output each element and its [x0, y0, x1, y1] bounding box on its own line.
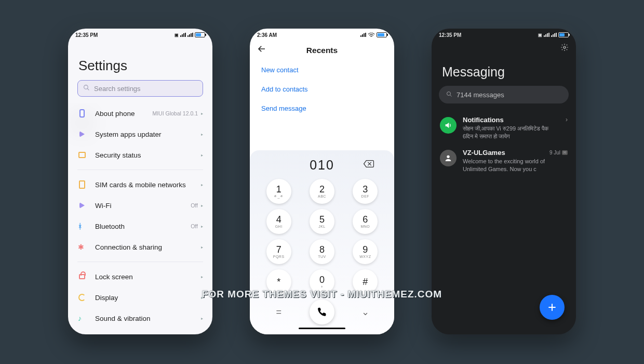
lock-icon: [77, 272, 87, 281]
battery-icon: [195, 32, 205, 37]
speaker-icon: [440, 117, 457, 134]
chevron-icon: ▸: [201, 275, 203, 279]
svg-line-1: [87, 88, 89, 90]
settings-row-value: Off: [191, 223, 198, 229]
thread-date: 9 Jul ✉: [549, 150, 568, 155]
settings-row-label: Connection & sharing: [95, 243, 201, 251]
settings-row-value: Off: [191, 202, 198, 209]
settings-row[interactable]: System apps updater▸: [68, 124, 212, 145]
dialpad-key[interactable]: 2ABC: [310, 179, 334, 204]
apps-icon: [77, 129, 87, 139]
settings-row[interactable]: Lock screen▸: [68, 266, 212, 287]
chevron-icon: ▸: [201, 203, 203, 208]
signal-icon: [360, 33, 366, 37]
watermark-text: FOR MORE THEMES VISIT - MIUITHEMEZ.COM: [0, 289, 644, 300]
dialpad-key[interactable]: 7PQRS: [266, 239, 291, 264]
svg-line-7: [450, 95, 452, 96]
status-indicators: ▣: [175, 32, 205, 37]
message-thread[interactable]: VZ-ULGames9 Jul ✉Welcome to the exciting…: [432, 145, 576, 177]
status-bar: 12:35 PM ▣: [68, 29, 212, 40]
signal-icon: [187, 33, 193, 37]
settings-row[interactable]: Wi-FiOff▸: [68, 195, 212, 216]
call-button[interactable]: [310, 300, 334, 324]
chevron-icon: ▸: [201, 224, 203, 229]
chevron-icon: ▸: [201, 132, 203, 137]
status-time: 12:35 PM: [75, 32, 98, 38]
settings-row[interactable]: ᚼBluetoothOff▸: [68, 216, 212, 237]
battery-icon: [558, 32, 569, 37]
dialpad-key[interactable]: 1ಠ_ಠ: [266, 179, 291, 204]
chevron-icon: ▸: [201, 153, 203, 158]
dialpad: 010 1ಠ_ಠ2ABC3DEF4GHI5JKL6MNO7PQRS8TUV9WX…: [250, 150, 394, 334]
signal-icon: [551, 33, 557, 37]
dialer-title: Recents: [257, 46, 387, 55]
settings-row[interactable]: ✱Connection & sharing▸: [68, 237, 212, 257]
dialer-action-link[interactable]: Send message: [250, 99, 394, 118]
chevron-right-icon: ›: [566, 116, 568, 140]
svg-point-5: [564, 46, 566, 48]
sound-icon: ♪: [77, 314, 87, 323]
dialpad-key[interactable]: 3DEF: [353, 179, 378, 204]
settings-row-label: Lock screen: [95, 273, 201, 281]
settings-row-label: About phone: [95, 110, 152, 118]
search-text: 7144 messages: [457, 91, 504, 99]
settings-row-label: Wi-Fi: [95, 202, 191, 210]
settings-row[interactable]: SIM cards & mobile networks▸: [68, 174, 212, 195]
search-input[interactable]: Search settings: [77, 80, 203, 97]
settings-row[interactable]: ♪Sound & vibration▸: [68, 308, 212, 329]
divider: [77, 262, 203, 262]
chevron-icon: ▸: [201, 316, 203, 321]
page-title: Messaging: [432, 53, 576, 86]
settings-row-value: MIUI Global 12.0.1: [152, 110, 198, 116]
thread-name: VZ-ULGames: [463, 149, 505, 157]
search-icon: [83, 84, 90, 93]
bluetooth-icon: ᚼ: [77, 222, 87, 231]
backspace-button[interactable]: [363, 160, 374, 170]
dialed-number: 010: [257, 155, 387, 179]
link-icon: ✱: [77, 242, 87, 252]
dialpad-key[interactable]: 5JKL: [310, 209, 334, 234]
wifi-icon: [77, 201, 87, 210]
dial-extra-right[interactable]: ⌄: [361, 306, 369, 318]
dialpad-key[interactable]: 9WXYZ: [353, 239, 378, 264]
home-indicator: [299, 328, 345, 329]
settings-row-label: Sound & vibration: [95, 315, 201, 322]
thread-name: Notifications: [463, 116, 504, 124]
settings-row-label: Security status: [95, 151, 201, 159]
settings-row-label: Bluetooth: [95, 223, 191, 230]
dial-extra-left[interactable]: =: [276, 307, 281, 318]
thread-preview: सोहन जी,आपका Vi रु299 अनलिमिटेड पैक 6दिन…: [463, 125, 557, 140]
message-thread[interactable]: Notificationsसोहन जी,आपका Vi रु299 अनलिम…: [432, 112, 576, 145]
status-bar: 2:36 AM: [250, 29, 394, 40]
settings-row-label: System apps updater: [95, 131, 201, 138]
battery-icon: [377, 32, 387, 37]
dialer-header: Recents: [250, 40, 394, 60]
divider: [77, 170, 203, 170]
settings-button[interactable]: [560, 43, 569, 53]
dialer-action-link[interactable]: New contact: [250, 60, 394, 80]
signal-icon: [180, 33, 186, 37]
status-time: 2:36 AM: [257, 32, 277, 38]
settings-row-label: SIM cards & mobile networks: [95, 181, 201, 189]
status-time: 12:35 PM: [439, 32, 461, 38]
chevron-icon: ▸: [201, 111, 203, 116]
settings-row[interactable]: About phoneMIUI Global 12.0.1▸: [68, 103, 212, 124]
dialpad-key[interactable]: 8TUV: [310, 239, 334, 264]
dialer-action-link[interactable]: Add to contacts: [250, 80, 394, 99]
dialpad-key[interactable]: 4GHI: [266, 209, 291, 234]
signal-icon: [544, 33, 549, 37]
settings-row[interactable]: Security status▸: [68, 145, 212, 165]
wifi-icon: [368, 33, 375, 37]
page-title: Settings: [68, 40, 212, 80]
chevron-icon: ▸: [201, 245, 203, 250]
status-indicators: [360, 32, 387, 37]
status-bar: 12:35 PM ▣: [432, 29, 576, 40]
status-indicators: ▣: [538, 32, 569, 37]
person-icon: [440, 150, 457, 166]
svg-point-0: [84, 85, 88, 89]
search-input[interactable]: 7144 messages: [439, 86, 569, 103]
dialpad-key[interactable]: 6MNO: [353, 209, 378, 234]
shield-icon: [77, 150, 87, 160]
search-icon: [446, 91, 452, 99]
svg-point-6: [447, 92, 451, 95]
